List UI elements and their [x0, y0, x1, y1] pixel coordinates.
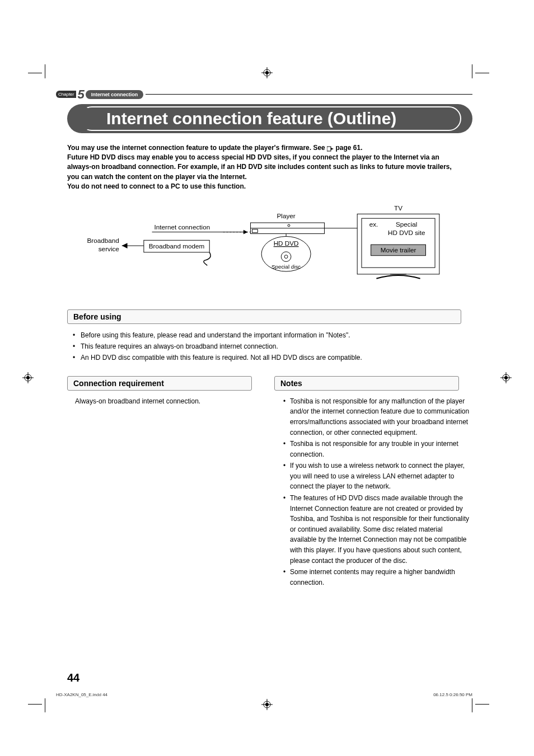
- crop-mark: [472, 698, 472, 712]
- list-item: An HD DVD disc compatible with this feat…: [75, 352, 461, 363]
- list-item: Some internet contents may require a hig…: [284, 567, 470, 588]
- svg-rect-16: [327, 147, 331, 151]
- svg-text:Broadband modem: Broadband modem: [149, 242, 205, 250]
- svg-text:TV: TV: [394, 204, 402, 211]
- crop-mark: [475, 73, 489, 73]
- registration-mark-icon: [261, 67, 273, 78]
- intro-line3: You do not need to connect to a PC to us…: [67, 182, 246, 190]
- svg-rect-31: [252, 229, 257, 232]
- page-ref-icon: [327, 145, 334, 151]
- registration-mark-icon: [22, 372, 34, 383]
- crop-mark: [28, 704, 42, 705]
- before-using-heading: Before using: [67, 309, 461, 324]
- svg-text:Special disc: Special disc: [271, 264, 301, 270]
- list-item: If you wish to use a wireless network to…: [284, 461, 470, 492]
- registration-mark-icon: [261, 699, 273, 710]
- intro-line1-pre: You may use the internet connection feat…: [67, 144, 327, 152]
- crop-mark: [28, 73, 42, 73]
- intro-text: You may use the internet connection feat…: [67, 143, 461, 192]
- left-column: Connection requirement Always-on broadba…: [67, 376, 263, 589]
- right-column: Notes Toshiba is not responsible for any…: [274, 376, 470, 589]
- svg-marker-21: [122, 243, 128, 248]
- registration-mark-icon: [500, 372, 512, 383]
- before-using-list: Before using this feature, please read a…: [75, 330, 461, 364]
- connection-diagram: Broadband service Broadband modem Intern…: [67, 201, 461, 296]
- list-item: Toshiba is not responsible for any troub…: [284, 439, 470, 459]
- svg-text:Internet connection: Internet connection: [154, 223, 210, 230]
- svg-point-30: [288, 224, 290, 227]
- notes-heading: Notes: [274, 376, 459, 391]
- svg-text:Movie trailer: Movie trailer: [381, 246, 416, 253]
- chapter-header: Chapter 5 Internet connection: [56, 90, 472, 100]
- page-content: Chapter 5 Internet connection Internet c…: [56, 90, 472, 694]
- svg-text:Special: Special: [396, 220, 417, 227]
- print-footer: HD-XA2KN_05_E.indd 44 06.12.5 0:26:50 PM: [56, 692, 472, 697]
- svg-point-35: [284, 255, 288, 258]
- list-item: The features of HD DVD discs made availa…: [284, 493, 470, 566]
- page-number: 44: [67, 672, 79, 684]
- crop-mark: [45, 698, 45, 712]
- intro-line1-post: page 61.: [335, 144, 362, 152]
- svg-marker-17: [331, 148, 334, 150]
- chapter-number: 5: [77, 90, 84, 100]
- connection-req-text: Always-on broadband internet connection.: [75, 396, 263, 407]
- chapter-title: Internet connection: [86, 90, 144, 99]
- chapter-label: Chapter: [56, 91, 76, 98]
- list-item: This feature requires an always-on broad…: [75, 341, 461, 352]
- notes-list: Toshiba is not responsible for any malfu…: [284, 396, 470, 588]
- crop-mark: [472, 64, 472, 78]
- crop-mark: [475, 704, 489, 705]
- list-item: Before using this feature, please read a…: [75, 330, 461, 341]
- svg-text:Player: Player: [277, 212, 296, 219]
- svg-text:service: service: [99, 245, 119, 252]
- svg-point-34: [281, 251, 291, 261]
- list-item: Toshiba is not responsible for any malfu…: [284, 396, 470, 438]
- svg-text:HD DVD site: HD DVD site: [388, 228, 425, 236]
- intro-line2: Future HD DVD discs may enable you to ac…: [67, 153, 452, 181]
- page-title: Internet connection feature (Outline): [106, 104, 456, 133]
- connection-req-heading: Connection requirement: [67, 376, 252, 391]
- svg-text:Broadband: Broadband: [87, 237, 119, 244]
- title-banner: Internet connection feature (Outline): [67, 104, 472, 133]
- svg-text:HD DVD: HD DVD: [274, 240, 299, 247]
- svg-text:ex.: ex.: [369, 220, 378, 227]
- footer-timestamp: 06.12.5 0:26:50 PM: [433, 692, 472, 697]
- footer-file: HD-XA2KN_05_E.indd 44: [56, 692, 107, 697]
- chapter-rule: [146, 94, 472, 95]
- crop-mark: [45, 64, 45, 78]
